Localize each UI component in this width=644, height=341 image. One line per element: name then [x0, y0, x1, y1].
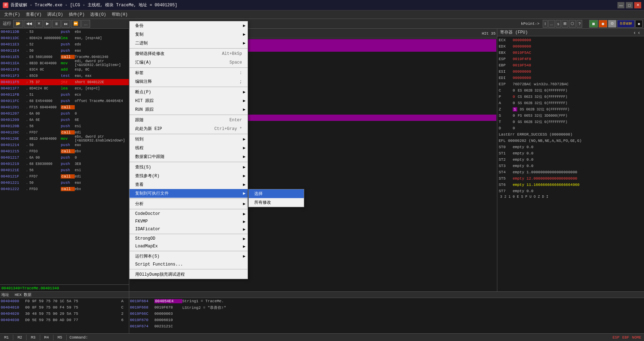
disasm-row[interactable]: 00401209 . 6A 6E push 6E: [0, 117, 129, 123]
toolbar-grid-btn[interactable]: ⊞: [562, 20, 568, 28]
toolbar-extra2[interactable]: ⏺: [599, 20, 607, 28]
disasm-dot: .: [26, 55, 29, 59]
stack-row: 0019F668 0019F678 LString2 = "恭喜你!": [129, 304, 644, 311]
toolbar-stop[interactable]: ✕: [35, 20, 43, 28]
context-menu-item-assemble[interactable]: 汇编(A)Space: [130, 58, 248, 67]
disasm-row[interactable]: 004011E3 . 52 push edx: [0, 41, 129, 48]
bottom-right: ESPEBFNOME: [613, 335, 644, 340]
toolbar-rewind[interactable]: ◀◀: [24, 20, 34, 28]
context-menu-item-run-trace[interactable]: RUN 跟踪▶: [130, 105, 248, 114]
context-menu-item-breakpoint[interactable]: 断点(P)▶: [130, 88, 248, 96]
disasm-row[interactable]: 00401222 . FFD3 call ebx: [0, 186, 129, 192]
disasm-row[interactable]: 004011F7 . 8D4C24 0C lea ecx, [esp+C]: [0, 85, 129, 92]
context-menu-item-thread[interactable]: 线程▶: [130, 144, 248, 152]
disasm-row[interactable]: 00401219 . 68 E8030000 push 3E8: [0, 161, 129, 167]
minimize-button[interactable]: —: [617, 2, 624, 8]
context-menu-item-follow[interactable]: 跟随Enter: [130, 116, 248, 124]
context-menu-item-undo[interactable]: 撤销选择处修改Alt+BkSp: [130, 49, 248, 58]
disasm-row[interactable]: 00401217 . 6A 00 push 0: [0, 154, 129, 161]
disasm-row[interactable]: 004011FC . 68 E4544000 push offset Trace…: [0, 98, 129, 104]
context-menu-item-find[interactable]: 查找(S)▶: [130, 163, 248, 172]
context-menu-item-backup[interactable]: 备份▶: [130, 21, 248, 30]
context-menu-item-find-ref[interactable]: 查找参考(R)▶: [130, 172, 248, 180]
disasm-addr: 0040121F: [1, 174, 26, 179]
disasm-row[interactable]: 00401207 . 6A 00 push 0: [0, 110, 129, 117]
context-menu-item-strongod[interactable]: StrongOD▶: [130, 235, 248, 242]
context-menu-item-run-script[interactable]: 运行脚本(S)▶: [130, 252, 248, 261]
disasm-row[interactable]: 00401201 . FF15 60404000 call: [0, 104, 129, 110]
disasm-row[interactable]: 004011F0 . 83C4 0C add esp, 0C: [0, 66, 129, 73]
status-tab[interactable]: M2: [13, 335, 27, 340]
disasm-row[interactable]: 0040120B . 56 push esi: [0, 123, 129, 129]
disasm-row[interactable]: 0040120E . 8B1D A4404000 mov ebx, dword …: [0, 136, 129, 142]
toolbar-extra1[interactable]: ⏹: [589, 20, 598, 28]
status-tab[interactable]: M5: [53, 335, 67, 340]
status-tab[interactable]: M3: [27, 335, 40, 340]
context-menu-item-script-functions[interactable]: Script Functions...: [130, 261, 248, 268]
context-menu-item-copy[interactable]: 复制▶: [130, 30, 248, 39]
menu-view[interactable]: 查看(V): [23, 11, 45, 18]
toolbar-brand[interactable]: 吾爱破解: [617, 20, 635, 28]
menu-debug[interactable]: 调试(D): [44, 11, 66, 18]
disasm-row[interactable]: 004011DC . 8D8424 A0000000 lea eax, [esp…: [0, 35, 129, 41]
disasm-row[interactable]: 0040121F . FFD7 call edi: [0, 173, 129, 180]
title-bar-left: 爱 吾爱破解 - TraceMe.exe - [LCG - 主线程, 模块 Tr…: [3, 2, 177, 8]
context-menu-item-goto[interactable]: 转到▶: [130, 135, 248, 144]
toolbar-s-btn[interactable]: s: [556, 20, 561, 28]
toolbar-hex-btn[interactable]: ⬡: [569, 20, 576, 28]
disasm-row[interactable]: 00401215 . FFD3 call ebx: [0, 148, 129, 154]
toolbar-run[interactable]: ▶: [44, 20, 51, 28]
context-menu-item-loadmapex[interactable]: LoadMapEx▶: [130, 242, 248, 250]
disasm-row[interactable]: 0040121E . 56 push esi: [0, 167, 129, 173]
context-menu-item-label[interactable]: 标签:: [130, 68, 248, 77]
disasm-row[interactable]: 004011F3 . 85C0 test eax, eax: [0, 73, 129, 79]
toolbar-dots-btn[interactable]: ...: [548, 20, 555, 28]
disasm-row[interactable]: 004011FB . 51 push ecx: [0, 92, 129, 98]
fpu-nav-left[interactable]: ‹: [632, 30, 637, 35]
toolbar-step-into[interactable]: ⏭: [61, 20, 70, 28]
menu-plugins[interactable]: 插件(P): [66, 11, 88, 18]
context-menu-item-new-eip[interactable]: 此处为新 EIPCtrl+Gray *: [130, 124, 248, 133]
reg-comment: win32u.76D72BAC: [534, 82, 569, 86]
context-menu-item-codedoctor[interactable]: CodeDoctor▶: [130, 210, 248, 218]
disasm-row[interactable]: 004011DB . 53 push ebx: [0, 29, 129, 35]
reg-row: ESI 00000000: [499, 68, 643, 75]
context-menu-item-hit-trace[interactable]: HIT 跟踪▶: [130, 96, 248, 105]
context-menu-item-fkvmp[interactable]: FKVMP▶: [130, 218, 248, 225]
toolbar-more[interactable]: …: [81, 20, 90, 28]
disasm-row[interactable]: 00401214 . 50 push eax: [0, 142, 129, 148]
disasm-row[interactable]: 00401221 . 50 push eax: [0, 180, 129, 186]
context-menu-item-copy-to-exec[interactable]: 复制到可执行文件▶选择所有修改: [130, 189, 248, 198]
fpu-nav-right[interactable]: ‹: [637, 30, 641, 35]
context-menu-item-analyze[interactable]: 分析▶: [130, 199, 248, 208]
toolbar-open[interactable]: 📂: [13, 20, 23, 28]
toolbar-pause[interactable]: ⏸: [52, 20, 61, 28]
menu-file[interactable]: 文件(F): [1, 11, 23, 18]
menu-help[interactable]: 帮助(H): [109, 11, 131, 18]
reg-name: EBP: [499, 63, 513, 67]
toolbar-q-btn[interactable]: ?: [577, 20, 582, 28]
disasm-dot: .: [26, 181, 29, 185]
context-menu-item-follow-data[interactable]: 数据窗口中跟随▶: [130, 152, 248, 161]
submenu-item-select[interactable]: 选择: [249, 189, 304, 198]
status-tab[interactable]: M1: [0, 335, 13, 340]
context-menu-item-view[interactable]: 查看▶: [130, 180, 248, 189]
context-menu-item-ollydump[interactable]: 用OllyDump脱壳调试进程: [130, 270, 248, 279]
maximize-button[interactable]: □: [626, 2, 633, 8]
context-menu-item-edit-comment[interactable]: 编辑注释;: [130, 77, 248, 86]
submenu-item-all-changes[interactable]: 所有修改: [249, 198, 304, 207]
close-button[interactable]: ✕: [634, 2, 641, 8]
toolbar-black[interactable]: ■: [635, 20, 643, 28]
toolbar-i-btn[interactable]: I: [543, 20, 547, 28]
toolbar-extra3[interactable]: ⚙: [608, 20, 616, 28]
toolbar-step-over[interactable]: ⏩: [71, 20, 81, 28]
context-menu-item-idaficator[interactable]: IDAFicator▶: [130, 225, 248, 233]
disasm-row[interactable]: 004011E4 . 50 push eax: [0, 48, 129, 54]
context-menu[interactable]: 备份▶复制▶二进制▶撤销选择处修改Alt+BkSp汇编(A)Space标签:编辑…: [129, 21, 248, 279]
disasm-dot: .: [26, 137, 29, 141]
menu-options[interactable]: 选项(O): [87, 11, 109, 18]
context-menu-item-binary[interactable]: 二进制▶: [130, 39, 248, 48]
disasm-row[interactable]: 004011F5 ↓ 75 37 jnz short 0040122E: [0, 79, 129, 85]
disasm-row[interactable]: 004011EA . 8B3D BC404000 mov edi, dword …: [0, 60, 129, 66]
status-tab[interactable]: M4: [40, 335, 53, 340]
